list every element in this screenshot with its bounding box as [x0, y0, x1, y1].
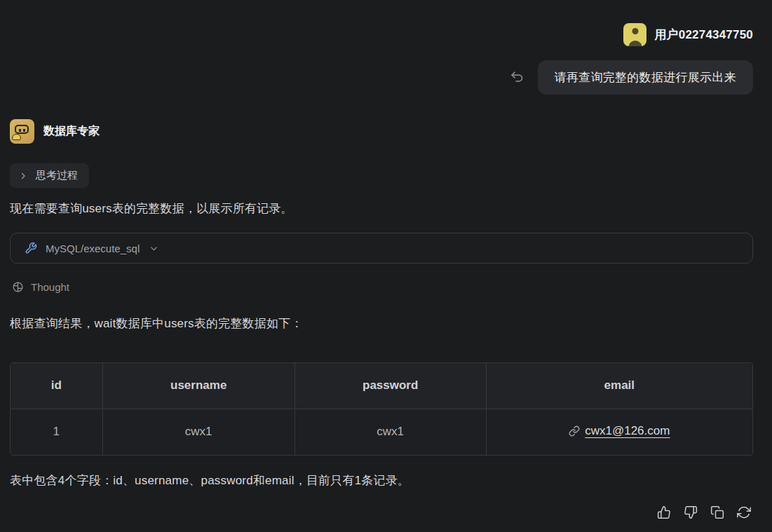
user-avatar	[623, 23, 646, 46]
user-header: 用户02274347750	[623, 23, 753, 46]
regenerate-icon[interactable]	[736, 505, 752, 520]
assistant-name: 数据库专家	[43, 124, 100, 139]
chevron-right-icon	[19, 172, 27, 180]
cell-username: cwx1	[102, 409, 294, 455]
copy-icon[interactable]	[710, 505, 725, 520]
wrench-icon	[25, 242, 37, 254]
thought-label: Thought	[31, 281, 69, 293]
undo-icon[interactable]	[509, 69, 526, 86]
thumbs-down-icon[interactable]	[683, 505, 698, 520]
table-row: 1 cwx1 cwx1 cwx1@126.com	[11, 409, 752, 455]
chevron-down-icon	[149, 244, 158, 253]
column-header-id: id	[11, 363, 102, 409]
column-header-email: email	[486, 363, 752, 409]
tool-call-bar[interactable]: MySQL/execute_sql	[10, 233, 753, 264]
thinking-process-toggle[interactable]: 思考过程	[10, 163, 89, 188]
assistant-text-1: 现在需要查询users表的完整数据，以展示所有记录。	[10, 200, 293, 217]
result-table: id username password email 1 cwx1 cwx1	[10, 362, 753, 456]
thinking-process-label: 思考过程	[36, 169, 78, 182]
thought-icon	[12, 281, 24, 293]
assistant-header: 数据库专家	[10, 119, 100, 144]
user-message-row: 请再查询完整的数据进行展示出来	[509, 60, 754, 95]
cell-id: 1	[11, 409, 102, 455]
user-name: 用户02274347750	[654, 27, 753, 43]
user-message-bubble[interactable]: 请再查询完整的数据进行展示出来	[538, 60, 754, 95]
message-actions	[656, 505, 752, 520]
email-link-text: cwx1@126.com	[585, 424, 670, 438]
cell-password: cwx1	[294, 409, 486, 455]
assistant-avatar-icon	[10, 119, 34, 144]
thought-row: Thought	[12, 281, 69, 293]
column-header-password: password	[294, 363, 486, 409]
assistant-text-2: 根据查询结果，wait数据库中users表的完整数据如下：	[10, 315, 303, 332]
table-header-row: id username password email	[11, 363, 752, 409]
assistant-text-3: 表中包含4个字段：id、username、password和email，目前只有…	[10, 472, 409, 489]
email-link[interactable]: cwx1@126.com	[569, 424, 670, 438]
column-header-username: username	[102, 363, 294, 409]
tool-call-label: MySQL/execute_sql	[46, 243, 140, 254]
person-icon	[632, 28, 638, 34]
link-icon	[569, 425, 580, 437]
cell-email: cwx1@126.com	[486, 409, 752, 455]
chat-page: 用户02274347750 请再查询完整的数据进行展示出来 数据库专家	[0, 0, 772, 532]
thumbs-up-icon[interactable]	[656, 505, 672, 520]
